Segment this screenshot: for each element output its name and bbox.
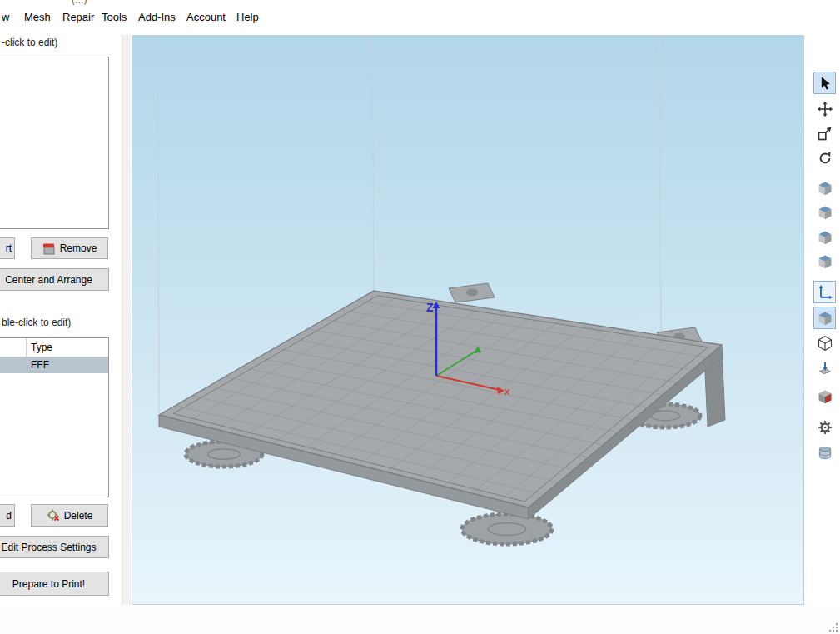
menu-item-mesh[interactable]: Mesh: [24, 11, 51, 23]
process-row-fff[interactable]: FFF: [0, 357, 108, 373]
menu-item-repair[interactable]: Repair: [62, 11, 94, 23]
resize-grip[interactable]: [828, 622, 838, 632]
section-cube-view[interactable]: [813, 385, 836, 407]
delete-process-button[interactable]: Delete: [31, 504, 108, 527]
status-bar: [0, 605, 840, 634]
remove-button-label: Remove: [60, 242, 97, 254]
process-type-value: FFF: [31, 359, 49, 371]
models-section-caption: -click to edit): [2, 37, 57, 48]
add-button-label: d: [6, 510, 12, 522]
perspective-cube-toggle[interactable]: [813, 307, 836, 329]
cross-section-tool[interactable]: [813, 357, 836, 379]
remove-model-icon: [42, 242, 56, 255]
process-table-header: Type: [0, 338, 108, 357]
menu-item-addins[interactable]: Add-Ins: [138, 11, 176, 23]
prepare-to-print-label: Prepare to Print!: [12, 578, 85, 590]
view-front-cube[interactable]: [813, 226, 836, 248]
rotate-tool[interactable]: [813, 147, 836, 169]
select-tool[interactable]: [813, 72, 836, 94]
column-divider: [26, 338, 27, 357]
svg-text:Z: Z: [426, 301, 434, 314]
import-button-label: rt: [6, 242, 12, 254]
import-button[interactable]: rt: [0, 237, 15, 259]
delete-button-label: Delete: [64, 510, 93, 522]
add-process-button[interactable]: d: [0, 504, 15, 527]
menu-item-view-partial[interactable]: w: [2, 11, 9, 23]
window-title-fragment: (…): [72, 0, 87, 6]
menu-item-account[interactable]: Account: [186, 11, 226, 23]
gear-delete-icon: [47, 509, 60, 522]
menu-bar: w Mesh Repair Tools Add-Ins Account Help: [0, 7, 840, 28]
view-side-cube[interactable]: [813, 250, 836, 272]
edit-process-settings-button[interactable]: Edit Process Settings: [0, 536, 109, 558]
center-arrange-label: Center and Arrange: [5, 274, 92, 286]
application-window: (…) w Mesh Repair Tools Add-Ins Account …: [0, 0, 840, 634]
panel-scrollbar[interactable]: [122, 35, 131, 605]
build-plate-scene: Zx: [132, 36, 805, 606]
edit-process-label: Edit Process Settings: [1, 542, 96, 553]
right-toolbar: [808, 35, 840, 605]
models-list[interactable]: [0, 57, 109, 229]
machine-settings-gear[interactable]: [813, 416, 836, 438]
center-and-arrange-button[interactable]: Center and Arrange: [0, 268, 109, 291]
left-sidebar: -click to edit) rt Remove Center and Arr…: [0, 28, 132, 605]
processes-section-caption: ble-click to edit): [2, 317, 71, 328]
prepare-to-print-button[interactable]: Prepare to Print!: [0, 572, 109, 596]
scale-tool[interactable]: [813, 122, 836, 144]
wireframe-toggle[interactable]: [813, 332, 836, 354]
translate-tool[interactable]: [813, 97, 836, 120]
3d-viewport[interactable]: Zx: [132, 35, 804, 605]
type-column-header[interactable]: Type: [31, 342, 52, 353]
view-top-cube[interactable]: [813, 201, 836, 223]
axes-toggle[interactable]: [813, 281, 836, 303]
svg-text:x: x: [504, 385, 510, 397]
layers-stack[interactable]: [813, 442, 836, 464]
remove-button[interactable]: Remove: [31, 237, 108, 259]
menu-item-tools[interactable]: Tools: [102, 11, 127, 23]
view-default-cube[interactable]: [813, 177, 836, 199]
menu-item-help[interactable]: Help: [236, 11, 259, 23]
process-table[interactable]: Type FFF: [0, 337, 109, 497]
